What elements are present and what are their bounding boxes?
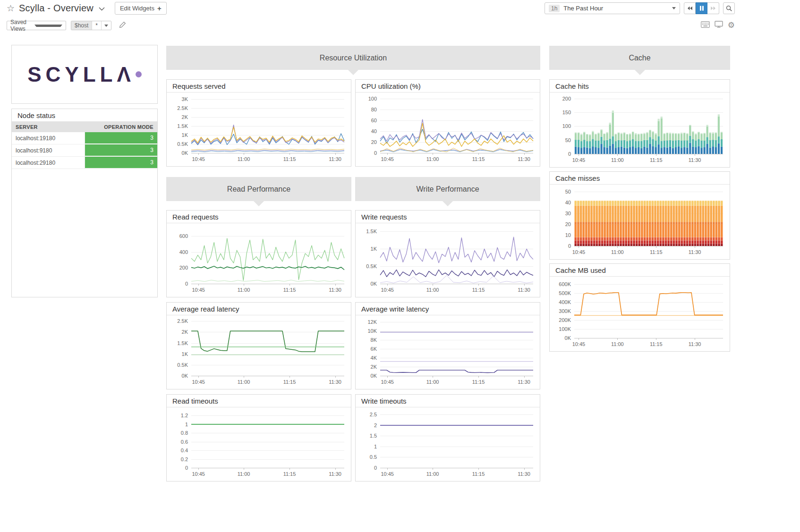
average-read-latency-widget[interactable]: Average read latency 2.5K2K1.5K1K0.5K0K1…: [166, 302, 351, 389]
widget-title: Node status: [12, 109, 157, 122]
pause-button[interactable]: [696, 2, 707, 14]
node-status-widget: Node status SERVER OPERATION MODE localh…: [11, 109, 158, 297]
column-header-server[interactable]: SERVER: [12, 122, 85, 132]
group-header-write-performance[interactable]: Write Performance: [355, 177, 540, 201]
group-header-resource-utilization[interactable]: Resource Utilization: [166, 46, 540, 70]
chart-title: Write requests: [356, 211, 540, 223]
page-title: Scylla - Overview: [19, 3, 94, 14]
table-row[interactable]: localhost:19180 3: [12, 132, 157, 144]
chart-title: Cache MB used: [550, 264, 730, 277]
scylla-logo: SCYLLΛ: [27, 63, 135, 86]
cpu-utilization-widget[interactable]: CPU utilization (%) 10080604020010:4511:…: [355, 79, 540, 167]
chart-title: Average write latency: [356, 303, 540, 315]
table-row[interactable]: localhost:9180 3: [12, 144, 157, 157]
edit-widgets-button[interactable]: Edit Widgets +: [115, 2, 167, 15]
cache-mb-used-chart[interactable]: 600K500K400K300K200K100K0K10:4511:0011:1…: [550, 277, 730, 351]
chevron-down-icon: [101, 21, 111, 30]
logo-dot: [136, 71, 142, 77]
edit-pencil-icon[interactable]: [119, 21, 126, 30]
read-requests-widget[interactable]: Read requests 600400200010:4511:0011:151…: [166, 210, 351, 297]
gear-icon[interactable]: ⚙: [728, 21, 735, 30]
favorite-star-icon[interactable]: ☆: [7, 2, 15, 15]
average-write-latency-widget[interactable]: Average write latency 12K10K8K6K4K2K0K10…: [355, 302, 540, 389]
top-bar: ☆ Scylla - Overview Edit Widgets + 1h Th…: [0, 0, 800, 17]
cache-hits-chart[interactable]: 20015010050010:4511:0011:1511:30: [550, 93, 730, 167]
requests-served-widget[interactable]: Requests served 3K2.5K2K1.5K1K0.5K0K10:4…: [166, 79, 351, 167]
average-read-latency-chart[interactable]: 2.5K2K1.5K1K0.5K0K10:4511:0011:1511:30: [167, 315, 351, 389]
filters-toolbar: Saved Views $host *: [7, 21, 126, 30]
time-range-badge: 1h: [549, 5, 560, 12]
column-header-operation-mode[interactable]: OPERATION MODE: [85, 122, 157, 132]
tv-mode-icon[interactable]: [715, 21, 723, 30]
cache-misses-chart[interactable]: 5040302010010:4511:0011:1511:30: [550, 185, 730, 259]
title-chevron-down-icon[interactable]: [99, 4, 105, 13]
write-timeouts-chart[interactable]: 2.521.510.5010:4511:0011:1511:30: [356, 407, 540, 481]
table-row[interactable]: localhost:29180 3: [12, 157, 157, 169]
status-badge: 3: [85, 132, 158, 144]
cpu-utilization-chart[interactable]: 10080604020010:4511:0011:1511:30: [356, 93, 540, 166]
status-badge: 3: [85, 157, 158, 169]
group-header-read-performance[interactable]: Read Performance: [166, 177, 351, 201]
chevron-down-icon: [34, 25, 62, 27]
write-requests-chart[interactable]: 1.5K1K0.5K0K10:4511:0011:1511:30: [356, 223, 540, 297]
read-timeouts-chart[interactable]: 1.210.80.60.40.2010:4511:0011:1511:30: [167, 407, 351, 481]
chart-title: CPU utilization (%): [356, 80, 540, 93]
chart-title: Cache misses: [550, 172, 730, 185]
chart-title: Average read latency: [167, 303, 351, 315]
chart-title: Read timeouts: [167, 395, 351, 407]
write-requests-widget[interactable]: Write requests 1.5K1K0.5K0K10:4511:0011:…: [355, 210, 540, 297]
dashboard: ☆ Scylla - Overview Edit Widgets + 1h Th…: [0, 0, 800, 532]
chart-title: Read requests: [167, 211, 351, 223]
fast-forward-button[interactable]: [707, 2, 719, 14]
requests-served-chart[interactable]: 3K2.5K2K1.5K1K0.5K0K10:4511:0011:1511:30: [167, 93, 351, 166]
keyboard-shortcuts-icon[interactable]: [701, 21, 710, 30]
plus-icon: +: [157, 4, 162, 12]
group-header-cache[interactable]: Cache: [549, 46, 730, 70]
rewind-button[interactable]: [684, 2, 696, 14]
read-timeouts-widget[interactable]: Read timeouts 1.210.80.60.40.2010:4511:0…: [166, 394, 351, 481]
chart-title: Write timeouts: [356, 395, 540, 407]
time-range-selector[interactable]: 1h The Past Hour: [545, 2, 680, 14]
zoom-search-button[interactable]: [723, 2, 735, 14]
write-timeouts-widget[interactable]: Write timeouts 2.521.510.5010:4511:0011:…: [355, 394, 540, 481]
cache-hits-widget[interactable]: Cache hits 20015010050010:4511:0011:1511…: [549, 79, 730, 168]
chart-title: Requests served: [167, 80, 351, 93]
read-requests-chart[interactable]: 600400200010:4511:0011:1511:30: [167, 223, 351, 297]
chart-title: Cache hits: [550, 80, 730, 93]
cache-mb-used-widget[interactable]: Cache MB used 600K500K400K300K200K100K0K…: [549, 263, 730, 352]
status-badge: 3: [85, 144, 158, 156]
cache-misses-widget[interactable]: Cache misses 5040302010010:4511:0011:151…: [549, 171, 730, 260]
average-write-latency-chart[interactable]: 12K10K8K6K4K2K0K10:4511:0011:1511:30: [356, 315, 540, 389]
node-status-table: SERVER OPERATION MODE localhost:19180 3 …: [12, 122, 157, 169]
playback-controls: [684, 2, 719, 14]
saved-views-select[interactable]: Saved Views: [7, 21, 66, 30]
host-template-variable[interactable]: $host *: [71, 21, 111, 30]
chevron-down-icon: [672, 7, 676, 9]
scylla-logo-widget: SCYLLΛ: [11, 45, 158, 104]
view-toolbar: ⚙: [701, 21, 735, 30]
